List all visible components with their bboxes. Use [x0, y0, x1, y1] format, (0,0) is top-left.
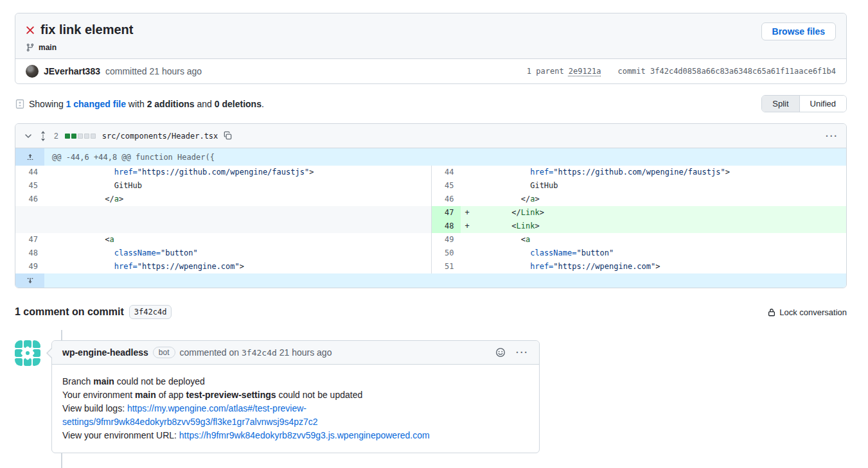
diff-line: 48+ <Link> — [432, 220, 847, 233]
code-segment: < — [475, 235, 526, 244]
diffstat-blocks — [65, 134, 96, 139]
comment-text: could not be deployed — [114, 376, 205, 386]
expand-bottom-row — [15, 273, 846, 288]
line-code — [44, 220, 431, 233]
split-diff-table: 44 href="https://github.com/wpengine/fau… — [15, 166, 846, 273]
diff-line — [15, 206, 431, 220]
diff-view-toggle: Split Unified — [761, 95, 847, 112]
browse-files-button[interactable]: Browse files — [761, 22, 836, 40]
bot-avatar-dot — [26, 351, 30, 355]
code-segment: "button" — [161, 248, 198, 257]
add-reaction-smiley-icon[interactable] — [495, 347, 506, 358]
comment-meta-pre: commented on — [180, 347, 240, 358]
bot-avatar[interactable] — [15, 340, 40, 366]
comments-heading-row: 1 comment on commit 3f42c4d Lock convers… — [15, 305, 847, 319]
code-segment — [58, 168, 114, 177]
comment-card: wp-engine-headless bot commented on 3f42… — [51, 340, 540, 453]
line-number[interactable]: 51 — [432, 260, 461, 273]
comment-link[interactable]: https://h9fmr9wk84edokyrb8zvv59g3.js.wpe… — [179, 430, 430, 440]
code-segment: < — [475, 221, 517, 230]
line-number[interactable]: 49 — [15, 260, 44, 273]
file-path: src/components/Header.tsx — [102, 132, 218, 141]
hunk-header-row: @@ -44,6 +44,8 @@ function Header({ — [15, 148, 846, 166]
summary-period: . — [261, 99, 264, 109]
line-number[interactable]: 48 — [15, 247, 44, 260]
diff-summary-bar: Showing 1 changed file with 2 additions … — [15, 95, 847, 112]
code-segment: a — [109, 235, 114, 244]
commit-head: fix link element main Browse files — [15, 13, 846, 58]
code-segment: href= — [530, 168, 553, 177]
diff-line: 45 GitHub — [15, 179, 431, 193]
code-segment: href= — [530, 262, 553, 271]
committer-name[interactable]: JEverhart383 — [44, 66, 100, 76]
commit-label: commit — [617, 67, 650, 76]
parent-sha-link[interactable]: 2e9121a — [569, 67, 601, 76]
comment-text: Your environment — [62, 390, 135, 400]
changed-files-link[interactable]: 1 changed file — [66, 99, 126, 109]
line-code: </a> — [44, 193, 431, 206]
line-number[interactable]: 47 — [15, 233, 44, 247]
line-number[interactable]: 45 — [432, 179, 461, 193]
expand-down-button[interactable] — [15, 273, 44, 288]
grabber-icon[interactable] — [39, 131, 48, 141]
git-branch-icon — [26, 43, 35, 52]
line-code: <a — [44, 233, 431, 247]
unified-view-button[interactable]: Unified — [800, 96, 846, 112]
branch-name[interactable]: main — [39, 43, 57, 52]
code-segment: </ — [58, 195, 114, 204]
line-number[interactable]: 47 — [432, 206, 461, 220]
comment-author-link[interactable]: wp-engine-headless — [62, 347, 148, 358]
code-segment — [475, 168, 531, 177]
line-number[interactable]: 48 — [432, 220, 461, 233]
line-number — [15, 206, 44, 220]
code-segment: </ — [475, 195, 531, 204]
line-code: <a — [461, 233, 847, 247]
line-number[interactable]: 49 — [432, 233, 461, 247]
lock-conversation-button[interactable]: Lock conversation — [767, 308, 847, 317]
comments-heading: 1 comment on commit — [15, 306, 124, 318]
comment-text: View your environment URL: — [62, 430, 179, 440]
hunk-header-text: @@ -44,6 +44,8 @@ function Header({ — [44, 153, 215, 162]
comment-body: Branch main could not be deployedYour en… — [52, 365, 539, 453]
code-segment: href= — [114, 168, 137, 177]
expand-up-button[interactable] — [15, 148, 44, 166]
code-segment: Link — [521, 208, 540, 217]
comment-thread: wp-engine-headless bot commented on 3f42… — [15, 340, 847, 453]
diff-line: 49 <a — [432, 233, 847, 247]
code-segment: </ — [475, 208, 521, 217]
line-code — [44, 206, 431, 220]
added-marker: + — [465, 206, 470, 220]
parent-label: 1 parent — [527, 67, 569, 76]
commit-page: fix link element main Browse files JEver… — [0, 0, 868, 453]
line-number[interactable]: 44 — [15, 166, 44, 179]
comment-body-line: View build logs: https://my.wpengine.com… — [62, 402, 529, 429]
diff-left-column: 44 href="https://github.com/wpengine/fau… — [15, 166, 431, 273]
line-number[interactable]: 50 — [432, 247, 461, 260]
code-segment: > — [240, 262, 244, 271]
code-segment — [58, 262, 114, 271]
code-segment: href= — [114, 262, 137, 271]
line-number[interactable]: 44 — [432, 166, 461, 179]
diffstat-filled-block — [65, 134, 70, 139]
expand-row-filler — [44, 273, 846, 288]
code-segment: Link — [517, 221, 535, 230]
line-number[interactable]: 46 — [432, 193, 461, 206]
copy-path-icon[interactable] — [223, 131, 233, 141]
code-segment: "https://wpengine.com" — [137, 262, 240, 271]
diff-file-header: 2 src/components/Header.tsx ··· — [15, 124, 846, 148]
comment-options-kebab-icon[interactable]: ··· — [516, 347, 529, 358]
committer-avatar[interactable] — [26, 65, 39, 78]
diff-line: 44 href="https://github.com/wpengine/fau… — [432, 166, 847, 179]
collapse-file-chevron-down-icon[interactable] — [23, 131, 33, 141]
code-segment: "https://github.com/wpengine/faustjs" — [137, 168, 309, 177]
diff-line: 47 <a — [15, 233, 431, 247]
commit-head-left: fix link element main — [26, 22, 134, 52]
file-options-kebab-icon[interactable]: ··· — [826, 131, 838, 141]
split-view-button[interactable]: Split — [762, 96, 799, 112]
code-segment: > — [535, 195, 539, 204]
comment-meta-sha[interactable]: 3f42c4d — [242, 348, 277, 358]
full-commit-sha: commit 3f42c4d0858a66c83a6348c65a61f11aa… — [617, 67, 836, 76]
line-number[interactable]: 45 — [15, 179, 44, 193]
comment-text: could not be updated — [276, 390, 363, 400]
line-number[interactable]: 46 — [15, 193, 44, 206]
